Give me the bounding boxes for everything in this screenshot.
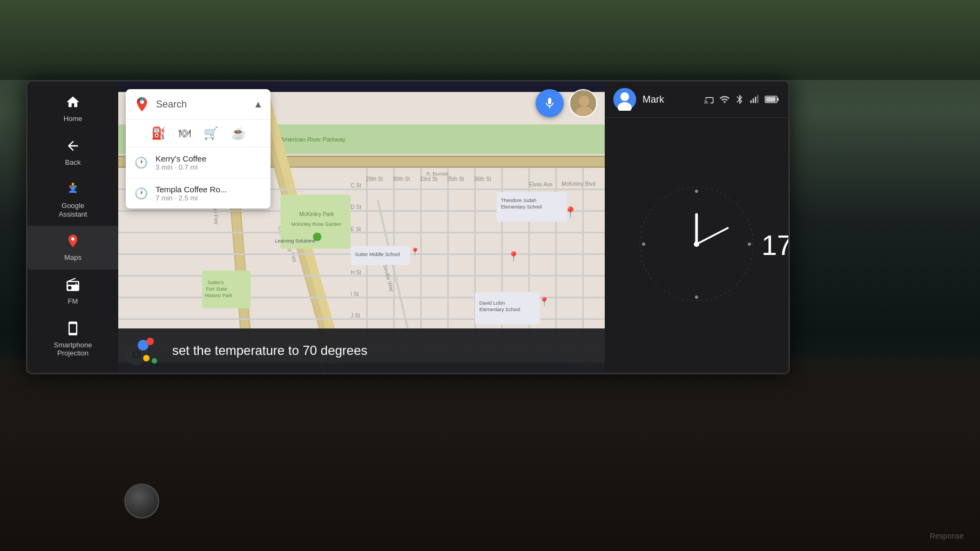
wifi-icon [719,94,730,105]
svg-text:36th St: 36th St [474,176,491,182]
result-info-1: Templa Coffee Ro... 7 min · 2.5 mi [156,185,227,202]
svg-text:30th St: 30th St [393,176,410,182]
dot-red [146,338,154,345]
svg-point-81 [579,96,590,106]
svg-rect-87 [753,98,754,103]
svg-text:R. Burnett: R. Burnett [427,171,449,177]
sidebar-label-assistant: Google Assistant [59,201,87,218]
coffee-icon[interactable]: ☕ [231,126,246,140]
user-avatar-map[interactable] [569,89,597,117]
svg-text:35th St: 35th St [447,176,464,182]
svg-point-95 [748,243,751,246]
fuel-icon[interactable]: ⛽ [151,126,166,140]
sidebar-item-projection[interactable]: Smartphone Projection [28,313,118,365]
maps-logo [133,96,151,113]
clock-number: 17 [761,229,790,261]
search-header[interactable]: Search ▲ [126,89,271,120]
svg-text:Sutter Middle School: Sutter Middle School [355,252,400,257]
svg-text:McKinley Rose Garden: McKinley Rose Garden [291,221,341,227]
svg-point-97 [642,243,645,246]
bg-bottom [0,359,980,551]
clock-widget: 17 [605,118,788,373]
sidebar-item-home[interactable]: Home [28,87,118,131]
svg-rect-88 [755,97,756,103]
avatar-icon [613,88,636,111]
svg-point-84 [620,92,629,101]
sidebar-item-back[interactable]: Back [28,131,118,174]
svg-text:H St: H St [350,270,361,276]
svg-rect-92 [766,97,776,102]
result-meta-1: 7 min · 2.5 mi [156,194,227,202]
cast-icon [704,94,715,105]
result-item-0[interactable]: 🕐 Kerry's Coffee 3 min · 0.7 mi [126,147,271,178]
sidebar-item-assistant[interactable]: Google Assistant [28,174,118,226]
svg-text:C St: C St [350,183,361,189]
restaurant-icon[interactable]: 🍽 [179,126,191,140]
dot-yellow [143,355,150,361]
user-name-label: Mark [643,94,664,105]
sidebar-label-back: Back [65,158,81,167]
svg-text:📍: 📍 [564,206,577,219]
svg-point-2 [74,185,77,188]
svg-point-3 [72,183,75,186]
battery-icon [765,94,780,105]
svg-line-99 [697,228,728,244]
svg-rect-91 [777,98,779,101]
mic-button[interactable] [536,89,564,117]
svg-text:E St: E St [350,226,361,232]
maps-icon [65,233,80,251]
right-panel: Mark [605,82,788,373]
svg-text:McKinley Blvd: McKinley Blvd [562,181,596,187]
svg-text:McKinley Park: McKinley Park [299,211,334,217]
category-row: ⛽ 🍽 🛒 ☕ [126,120,271,147]
svg-text:28th St: 28th St [366,176,383,182]
svg-text:Theodore Judah: Theodore Judah [501,198,537,203]
search-overlay: Search ▲ ⛽ 🍽 🛒 ☕ 🕐 Kerry's Coffee 3 min … [126,89,271,209]
fm-icon [65,277,80,295]
sidebar: Home Back [28,82,118,373]
analog-clock [637,185,756,304]
sidebar-label-home: Home [64,115,83,123]
svg-point-100 [694,241,699,247]
svg-text:Learning Solutions: Learning Solutions [275,238,315,244]
user-avatar [613,88,636,111]
dot-green [152,358,157,364]
svg-text:I St: I St [350,291,359,297]
svg-text:David Lubin: David Lubin [479,300,505,306]
svg-text:33rd St: 33rd St [420,176,437,182]
home-icon [65,95,80,112]
response-watermark: Response [930,532,964,540]
svg-point-94 [695,190,698,193]
svg-point-96 [695,295,698,299]
assistant-bar: set the temperature to 70 degrees [118,328,605,373]
sidebar-item-fm[interactable]: FM [28,270,118,313]
clock-container: 17 [637,185,756,306]
search-input-text[interactable]: Search [156,99,248,110]
assistant-dots [136,338,161,364]
back-icon [65,138,80,156]
projection-icon [65,321,80,339]
result-info-0: Kerry's Coffee 3 min · 0.7 mi [156,154,206,171]
signal-icon [749,94,760,105]
svg-text:J St: J St [350,313,360,319]
sidebar-label-fm: FM [68,297,78,306]
svg-text:Historic Park: Historic Park [205,293,233,298]
map-area: American River Parkway Capital City Fwy … [118,82,605,373]
svg-text:American River Parkway: American River Parkway [280,136,346,143]
search-chevron-icon[interactable]: ▲ [253,99,263,110]
assistant-query-text: set the temperature to 70 degrees [172,343,587,358]
status-icons [704,94,780,105]
volume-knob[interactable] [124,483,159,519]
sidebar-item-maps[interactable]: Maps [28,226,118,270]
shopping-icon[interactable]: 🛒 [204,126,218,140]
svg-text:📍: 📍 [410,247,420,257]
svg-text:📍: 📍 [539,297,550,307]
sidebar-label-maps: Maps [64,253,82,262]
result-name-1: Templa Coffee Ro... [156,185,227,194]
svg-text:Elvas Ave: Elvas Ave [529,182,553,187]
result-item-1[interactable]: 🕐 Templa Coffee Ro... 7 min · 2.5 mi [126,178,271,209]
mic-icon [543,97,556,110]
svg-rect-86 [751,100,752,103]
sidebar-label-projection: Smartphone Projection [54,341,92,358]
svg-text:Sutter's: Sutter's [207,280,224,285]
